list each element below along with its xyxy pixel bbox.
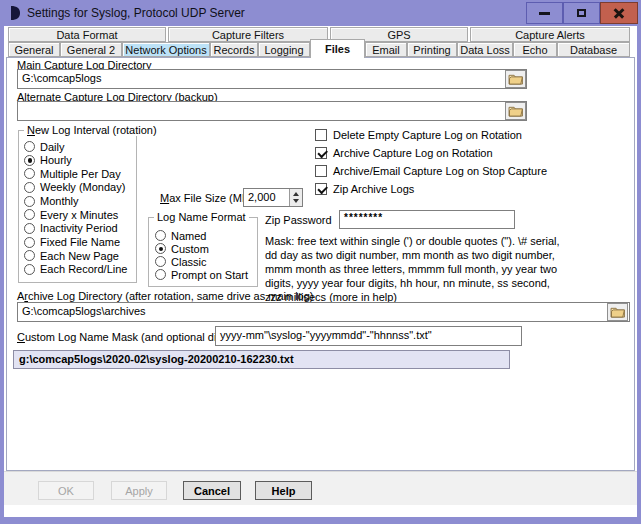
tab-records[interactable]: Records <box>210 42 258 57</box>
radio-every-x-minutes[interactable]: Every x Minutes <box>24 208 133 221</box>
radio-icon <box>155 230 166 241</box>
checkbox-label: Archive Capture Log on Rotation <box>333 147 493 159</box>
radio-icon <box>155 256 166 267</box>
radio-icon <box>155 269 166 280</box>
spin-up-icon <box>293 192 299 196</box>
tab-printing[interactable]: Printing <box>407 42 457 57</box>
tab-general-2[interactable]: General 2 <box>60 42 122 57</box>
zip-password-input[interactable]: ******** <box>339 210 515 229</box>
radio-icon <box>24 250 35 261</box>
close-button[interactable] <box>600 2 638 24</box>
close-icon <box>612 6 626 20</box>
minimize-button[interactable] <box>526 2 563 24</box>
alt-log-dir-input[interactable] <box>17 101 527 121</box>
minimize-icon <box>539 12 550 15</box>
cancel-button[interactable]: Cancel <box>183 481 241 500</box>
tab-data-format[interactable]: Data Format <box>8 27 166 42</box>
custom-mask-input[interactable]: yyyy-mm"\syslog-"yyyymmdd"-"hhnnss".txt" <box>215 326 522 346</box>
tab-network-options[interactable]: Network Options <box>122 42 210 57</box>
radio-custom[interactable]: Custom <box>155 242 254 255</box>
maximize-icon <box>577 9 586 17</box>
radio-label: Monthly <box>40 195 79 207</box>
radio-icon <box>24 141 35 152</box>
radio-monthly[interactable]: Monthly <box>24 195 133 208</box>
tab-capture-filters[interactable]: Capture Filters <box>168 27 328 42</box>
radio-icon <box>24 209 35 220</box>
radio-weekly[interactable]: Weekly (Monday) <box>24 181 133 194</box>
folder-icon <box>508 73 523 85</box>
radio-hourly[interactable]: Hourly <box>24 154 133 167</box>
radio-each-new-page[interactable]: Each New Page <box>24 249 133 262</box>
tab-echo[interactable]: Echo <box>513 42 557 57</box>
log-name-format-options: Named Custom Classic Prompt on Start <box>155 229 254 281</box>
radio-label: Classic <box>171 256 206 268</box>
radio-icon <box>24 168 35 179</box>
radio-classic[interactable]: Classic <box>155 255 254 268</box>
radio-each-record-line[interactable]: Each Record/Line <box>24 263 133 276</box>
checkbox-label: Archive/Email Capture Log on Stop Captur… <box>333 165 547 177</box>
log-interval-group-title: New Log Interval (rotation) <box>24 124 160 136</box>
checkbox-icon <box>315 183 327 195</box>
radio-label: Each Record/Line <box>40 263 127 275</box>
radio-icon <box>24 223 35 234</box>
radio-fixed-file-name[interactable]: Fixed File Name <box>24 236 133 249</box>
radio-label: Hourly <box>40 154 72 166</box>
radio-icon <box>24 264 35 275</box>
archive-dir-label: Archive Log Directory (after rotation, s… <box>17 290 314 302</box>
checkbox-icon <box>315 129 327 141</box>
checkbox-zip-archive-logs[interactable]: Zip Archive Logs <box>315 182 547 195</box>
help-button[interactable]: Help <box>255 481 312 500</box>
mask-help-line: mmm month as three letters, mmmm full mo… <box>265 262 637 276</box>
app-icon <box>10 6 21 20</box>
tab-row-2: General General 2 Network Options Record… <box>8 42 630 57</box>
radio-icon <box>24 182 35 193</box>
log-file-path-preview: g:\comcap5logs\2020-02\syslog-20200210-1… <box>13 350 510 369</box>
zip-password-label: Zip Password <box>265 214 332 226</box>
radio-multiple-per-day[interactable]: Multiple Per Day <box>24 167 133 180</box>
tab-email[interactable]: Email <box>365 42 407 57</box>
checkbox-icon <box>315 147 327 159</box>
folder-icon <box>508 105 523 117</box>
ok-button[interactable]: OK <box>38 481 94 500</box>
checkbox-label: Zip Archive Logs <box>333 183 414 195</box>
titlebar: Settings for Syslog, Protocol UDP Server <box>0 0 641 26</box>
radio-icon <box>24 196 35 207</box>
checkbox-archive-on-rotation[interactable]: Archive Capture Log on Rotation <box>315 146 547 159</box>
tab-general[interactable]: General <box>8 42 60 57</box>
log-interval-group: New Log Interval (rotation) Daily Hourly… <box>18 130 137 283</box>
apply-button[interactable]: Apply <box>111 481 167 500</box>
tab-files[interactable]: Files <box>310 39 365 58</box>
radio-label: Prompt on Start <box>171 269 248 281</box>
tab-database[interactable]: Database <box>557 42 630 57</box>
archive-dir-input[interactable]: G:\comcap5logs\archives <box>17 302 630 322</box>
archive-dir-browse-button[interactable] <box>607 303 628 321</box>
radio-label: Custom <box>171 243 209 255</box>
radio-icon <box>155 243 166 254</box>
checkbox-icon <box>315 165 327 177</box>
mask-help-text: Mask: free text within single (') or dou… <box>265 234 637 304</box>
radio-label: Daily <box>40 141 64 153</box>
radio-label: Every x Minutes <box>40 209 118 221</box>
maximize-button[interactable] <box>563 2 600 24</box>
checkbox-archive-email-on-stop[interactable]: Archive/Email Capture Log on Stop Captur… <box>315 164 547 177</box>
radio-icon <box>24 237 35 248</box>
mask-help-line: dd day as two digit number, mm month as … <box>265 248 637 262</box>
radio-daily[interactable]: Daily <box>24 140 133 153</box>
alt-log-dir-browse-button[interactable] <box>505 102 526 120</box>
log-name-format-group: Log Name Format Named Custom Classic Pro… <box>148 217 258 287</box>
main-log-dir-input[interactable]: G:\comcap5logs <box>17 69 527 89</box>
radio-label: Fixed File Name <box>40 236 120 248</box>
radio-icon <box>24 155 35 166</box>
tab-data-loss[interactable]: Data Loss <box>457 42 513 57</box>
radio-named[interactable]: Named <box>155 229 254 242</box>
radio-inactivity-period[interactable]: Inactivity Period <box>24 222 133 235</box>
max-file-size-spinner[interactable] <box>289 189 302 206</box>
radio-label: Each New Page <box>40 250 119 262</box>
mask-help-line: digits, yyyy year four digits, hh hour, … <box>265 276 637 290</box>
main-log-dir-browse-button[interactable] <box>505 70 526 88</box>
tab-capture-alerts[interactable]: Capture Alerts <box>470 27 630 42</box>
radio-prompt-on-start[interactable]: Prompt on Start <box>155 268 254 281</box>
checkbox-delete-empty-log[interactable]: Delete Empty Capture Log on Rotation <box>315 128 547 141</box>
log-name-format-group-title: Log Name Format <box>154 211 249 223</box>
tab-logging[interactable]: Logging <box>258 42 310 57</box>
